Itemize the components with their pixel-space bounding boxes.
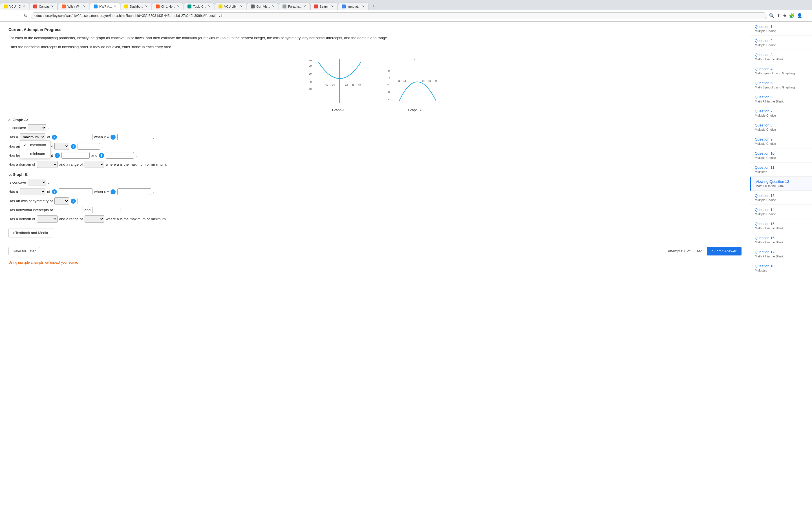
bookmark-icon[interactable]: ★ xyxy=(783,13,786,18)
sidebar-item-q5[interactable]: Question 5 Math Symbolic and Graphing xyxy=(750,78,812,92)
reload-button[interactable]: ↻ xyxy=(22,12,29,19)
sidebar-item-q2[interactable]: Question 2 Multiple Choice xyxy=(750,36,812,50)
sidebar-item-q17[interactable]: Question 17 Math Fill in the Blank xyxy=(750,247,812,261)
period-intercepts-a: . xyxy=(136,153,137,158)
sidebar-item-q7[interactable]: Question 7 Multiple Choice xyxy=(750,106,812,120)
intercept-a2-input[interactable] xyxy=(106,152,134,159)
menu-icon[interactable]: ⋮ xyxy=(805,13,809,18)
sidebar-item-q13[interactable]: Question 13 Multiple Choice xyxy=(750,191,812,205)
range-a-select[interactable]: [a, ∞) (-∞, a] xyxy=(85,161,104,168)
info-btn-a3[interactable]: i xyxy=(71,144,76,149)
tab-canvas[interactable]: Canvas ✕ xyxy=(30,3,57,10)
sidebar-item-q16[interactable]: Question 16 Math Fill in the Blank xyxy=(750,233,812,247)
max-value-b-input[interactable] xyxy=(59,188,93,195)
intercept-a1-input[interactable] xyxy=(61,152,90,159)
tab-close-ch1ho[interactable]: ✕ xyxy=(177,4,180,8)
sidebar-item-q6[interactable]: Question 6 Math Fill in the Blank xyxy=(750,92,812,106)
tab-wiley[interactable]: Wiley W... ✕ xyxy=(58,3,89,10)
x-value-a-input[interactable] xyxy=(117,134,151,140)
tab-label-vcu1: VCU - C xyxy=(9,5,21,8)
tab-ch1ho[interactable]: Ch 1 Ho... ✕ xyxy=(152,3,184,10)
intercepts-b-label: Has horizontal intercepts at xyxy=(8,208,53,212)
tab-paraph[interactable]: Paraphr... ✕ xyxy=(279,3,310,10)
tab-search[interactable]: Search ✕ xyxy=(310,3,338,10)
tab-nwp[interactable]: NWP A... ✕ xyxy=(90,3,120,10)
axis-a-select[interactable]: x = y = xyxy=(54,143,69,150)
tab-close-canvas[interactable]: ✕ xyxy=(51,4,54,8)
back-button[interactable]: ← xyxy=(3,12,11,19)
intercept-b1-input[interactable] xyxy=(55,207,83,213)
tab-topic[interactable]: Topic C... ✕ xyxy=(184,3,214,10)
axis-b-select[interactable]: x = y = xyxy=(54,198,69,205)
sidebar-item-q14[interactable]: Question 14 Multiple Choice xyxy=(750,205,812,219)
etextbook-button[interactable]: eTextbook and Media xyxy=(8,228,53,237)
info-btn-a2[interactable]: i xyxy=(110,135,116,140)
sidebar-item-q12[interactable]: Viewing Question 12 Math Fill in the Bla… xyxy=(750,177,812,191)
tab-close-wiley[interactable]: ✕ xyxy=(83,4,86,8)
sidebar-item-q15[interactable]: Question 15 Math Fill in the Blank xyxy=(750,219,812,233)
search-icon[interactable]: 🔍 xyxy=(769,13,774,18)
tab-favicon-annot xyxy=(342,4,346,8)
axis-b-input[interactable] xyxy=(78,198,100,204)
tab-close-paraph[interactable]: ✕ xyxy=(303,4,306,8)
tab-close-annot[interactable]: ✕ xyxy=(362,4,365,8)
tab-vculib[interactable]: VCU Lib... ✕ xyxy=(215,3,246,10)
extensions-icon[interactable]: 🧩 xyxy=(789,13,795,18)
domain-a-select[interactable]: (-∞, ∞) xyxy=(37,161,57,168)
sidebar-item-q9[interactable]: Question 9 Multiple Choice xyxy=(750,134,812,149)
tab-bar: VCU - C ✕ Canvas ✕ Wiley W... ✕ NWP A...… xyxy=(0,0,812,10)
content-area: Current Attempt in Progress For each of … xyxy=(0,22,750,507)
sidebar-item-q10[interactable]: Question 10 Multiple Choice xyxy=(750,149,812,163)
tab-close-search[interactable]: ✕ xyxy=(331,4,334,8)
tab-label-nwp: NWP A... xyxy=(99,5,112,8)
maxmin-a-select[interactable]: maximum minimum xyxy=(20,133,45,140)
graph-container: 0 10 20 30 -10 -32 -16 32 48 64 Graph A xyxy=(8,55,742,112)
tab-close-nwp[interactable]: ✕ xyxy=(114,4,116,8)
forward-button[interactable]: → xyxy=(12,12,20,19)
sidebar-item-q8[interactable]: Question 8 Multiple Choice xyxy=(750,120,812,134)
maxmin-b-select[interactable]: maximum minimum xyxy=(20,188,45,195)
domain-b-select[interactable]: (-∞, ∞) xyxy=(37,216,57,223)
tab-vcu1[interactable]: VCU - C ✕ xyxy=(0,3,29,10)
axis-a-input[interactable] xyxy=(78,143,100,150)
intercept-b2-input[interactable] xyxy=(92,207,120,213)
tab-close-topic[interactable]: ✕ xyxy=(208,4,211,8)
sidebar-item-q18[interactable]: Question 18 Multistep xyxy=(750,261,812,275)
range-b-select[interactable]: [a, ∞) (-∞, a] xyxy=(85,216,104,223)
dropdown-item-maximum[interactable]: ✓ maximum xyxy=(20,140,50,149)
sidebar-item-q11[interactable]: Question 11 Multistep xyxy=(750,163,812,177)
info-btn-b2[interactable]: i xyxy=(110,189,116,194)
max-value-a-input[interactable] xyxy=(59,134,93,140)
concave-a-select[interactable]: up down xyxy=(28,124,46,131)
tab-favicon-nwp xyxy=(94,4,98,8)
info-btn-a1[interactable]: i xyxy=(52,135,57,140)
svg-text:32: 32 xyxy=(345,83,348,86)
x-value-b-input[interactable] xyxy=(117,188,151,195)
info-btn-b3[interactable]: i xyxy=(71,199,76,204)
sidebar-item-q1[interactable]: Question 1 Multiple Choice xyxy=(750,22,812,36)
profile-icon[interactable]: 👤 xyxy=(797,13,802,18)
info-btn-a5[interactable]: i xyxy=(99,153,104,158)
tab-gunvie[interactable]: Gun Vie... ✕ xyxy=(247,3,278,10)
new-tab-button[interactable]: + xyxy=(369,2,377,10)
share-icon[interactable]: ⬆ xyxy=(777,13,780,18)
sidebar-item-q3[interactable]: Question 3 Math Fill in the Blank xyxy=(750,50,812,64)
sidebar-item-q4[interactable]: Question 4 Math Symbolic and Graphing xyxy=(750,64,812,78)
tab-close-dashb[interactable]: ✕ xyxy=(145,4,148,8)
tab-close-vcu1[interactable]: ✕ xyxy=(22,4,26,8)
tab-close-vculib[interactable]: ✕ xyxy=(240,4,243,8)
tab-close-gunvie[interactable]: ✕ xyxy=(272,4,274,8)
tab-annot[interactable]: annotat... ✕ xyxy=(338,3,368,10)
save-later-button[interactable]: Save for Later xyxy=(8,247,40,255)
dropdown-item-minimum[interactable]: minimum xyxy=(20,149,50,158)
submit-answer-button[interactable]: Submit Answer xyxy=(707,247,742,256)
tab-favicon-canvas xyxy=(33,4,37,8)
info-btn-b1[interactable]: i xyxy=(52,189,57,194)
has-a-row-open: Has a maximum minimum ✓ maximum xyxy=(8,133,742,140)
address-bar[interactable] xyxy=(31,12,767,19)
svg-text:16: 16 xyxy=(422,80,424,82)
tab-label-annot: annotat... xyxy=(347,5,360,8)
tab-dashb[interactable]: Dashbo... ✕ xyxy=(121,3,151,10)
info-btn-a4[interactable]: i xyxy=(55,153,60,158)
concave-b-select[interactable]: up down xyxy=(28,179,46,186)
